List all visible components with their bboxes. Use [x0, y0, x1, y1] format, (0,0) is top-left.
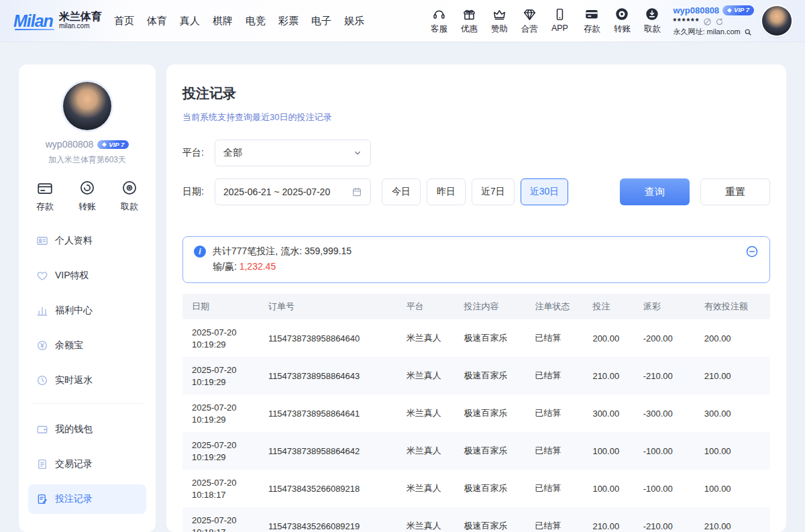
cell-content: 极速百家乐 — [455, 520, 526, 532]
quick-date-button[interactable]: 昨日 — [427, 178, 466, 205]
deposit-icon — [36, 179, 54, 197]
cell-platform: 米兰真人 — [397, 482, 455, 494]
cell-valid: 300.00 — [695, 409, 770, 419]
search-button[interactable]: 查询 — [620, 178, 690, 205]
member-days-text: 加入米兰体育第603天 — [19, 154, 156, 166]
nav-item[interactable]: 棋牌 — [213, 15, 233, 28]
transfer-shortcut[interactable]: 转账 — [78, 179, 96, 213]
nav-item[interactable]: 首页 — [114, 15, 134, 28]
cell-content: 极速百家乐 — [455, 482, 526, 494]
partner-button[interactable]: 合营 — [518, 7, 541, 35]
nav-item[interactable]: 真人 — [180, 15, 200, 28]
bet-records-table: 2025-07-2010:19:29 1154738738958864640 米… — [182, 319, 770, 532]
cell-order: 1154738435266089219 — [259, 521, 397, 531]
page-subtitle: 当前系统支持查询最近30日的投注记录 — [182, 111, 770, 123]
filter-actions: 查询 重置 — [620, 178, 770, 205]
column-header: 有效投注额 — [695, 301, 770, 313]
quick-date-button[interactable]: 近30日 — [521, 178, 569, 205]
deposit-shortcut[interactable]: 存款 — [36, 179, 54, 213]
date-range-value: 2025-06-21 ~ 2025-07-20 — [223, 187, 330, 197]
quick-date-button[interactable]: 近7日 — [472, 178, 515, 205]
platform-label: 平台: — [182, 147, 215, 159]
sidebar-item-profile[interactable]: 个人资料 — [28, 226, 146, 256]
withdraw-icon — [645, 7, 659, 21]
nav-item[interactable]: 电子 — [311, 15, 331, 28]
chevron-down-icon — [353, 148, 362, 158]
transfer-icon — [78, 179, 96, 197]
cell-date: 2025-07-2010:18:17 — [182, 478, 259, 500]
cell-date: 2025-07-2010:19:29 — [182, 403, 259, 425]
profile-avatar — [63, 82, 111, 130]
transfer-button[interactable]: 转账 — [610, 7, 633, 35]
cell-platform: 米兰真人 — [397, 520, 455, 532]
cell-platform: 米兰真人 — [397, 445, 455, 457]
cell-order: 1154738738958864641 — [259, 409, 397, 419]
header-wallet-actions: 存款 转账 取款 — [580, 7, 663, 35]
balance-visibility-icon[interactable] — [703, 17, 712, 26]
platform-select[interactable]: 全部 — [215, 140, 371, 166]
nav-item[interactable]: 彩票 — [278, 15, 299, 28]
minus-circle-icon[interactable] — [745, 245, 759, 258]
cell-content: 极速百家乐 — [455, 370, 526, 382]
info-icon: i — [194, 246, 206, 258]
sidebar-item-welfare[interactable]: 福利中心 — [28, 296, 146, 325]
withdraw-shortcut[interactable]: 取款 — [121, 179, 138, 213]
quick-date-button[interactable]: 今日 — [382, 178, 421, 205]
customer-service-button[interactable]: 客服 — [427, 7, 450, 35]
cell-payout: -300.00 — [634, 409, 695, 419]
column-header: 平台 — [397, 301, 455, 313]
logo-cn-text: 米兰体育 — [59, 11, 102, 23]
balance-refresh-icon[interactable] — [715, 17, 724, 26]
cell-status: 已结算 — [526, 520, 584, 532]
cell-bet: 100.00 — [583, 446, 633, 456]
date-label: 日期: — [182, 186, 215, 198]
cell-bet: 200.00 — [583, 333, 633, 343]
withdraw-button[interactable]: 取款 — [641, 7, 663, 35]
column-header: 投注 — [583, 301, 633, 313]
column-header: 注单状态 — [526, 301, 584, 313]
search-icon[interactable] — [744, 28, 752, 36]
user-avatar[interactable] — [762, 6, 792, 36]
calendar-icon — [352, 187, 362, 197]
sidebar-item-transactions[interactable]: 交易记录 — [28, 449, 146, 479]
nav-item[interactable]: 电竞 — [246, 15, 266, 28]
sidebar-item-yuebao[interactable]: 余额宝 — [28, 331, 146, 360]
deposit-button[interactable]: 存款 — [580, 7, 603, 35]
summary-totals-text: 共计777笔投注, 流水: 359,999.15 — [213, 244, 352, 259]
app-download-button[interactable]: APP — [548, 7, 571, 33]
column-header: 订单号 — [259, 301, 397, 313]
vip-badge: VIP 7 — [97, 140, 129, 149]
column-header: 投注内容 — [455, 301, 526, 313]
bet-records-icon — [36, 493, 48, 505]
sidebar-item-bet-records[interactable]: 投注记录 — [28, 484, 146, 514]
cell-date: 2025-07-2010:19:29 — [182, 365, 259, 387]
permanent-url-text: 永久网址: milan.com — [673, 27, 740, 37]
promotions-button[interactable]: 优惠 — [458, 7, 480, 35]
date-filter-row: 日期: 2025-06-21 ~ 2025-07-20 今日昨日近7日近30日 … — [182, 178, 770, 205]
document-icon — [36, 458, 48, 470]
reset-button[interactable]: 重置 — [700, 178, 770, 205]
cell-status: 已结算 — [526, 482, 584, 494]
summary-winloss-text: 输/赢: 1,232.45 — [213, 259, 352, 274]
cell-payout: -210.00 — [634, 371, 695, 381]
cell-order: 1154738738958864640 — [259, 333, 397, 343]
withdraw-icon — [121, 179, 138, 197]
cell-payout: -210.00 — [634, 521, 695, 531]
sponsor-button[interactable]: 赞助 — [488, 7, 511, 35]
cell-date: 2025-07-2010:19:29 — [182, 327, 259, 350]
bar-chart-icon — [36, 305, 48, 317]
sidebar-item-rebate[interactable]: 实时返水 — [28, 366, 146, 395]
wallet-icon — [36, 423, 48, 435]
cell-bet: 210.00 — [583, 371, 633, 381]
sidebar-item-wallet[interactable]: 我的钱包 — [28, 415, 146, 444]
nav-item[interactable]: 娱乐 — [344, 15, 364, 28]
nav-item[interactable]: 体育 — [147, 15, 167, 28]
diamond-icon — [523, 7, 537, 21]
date-range-input[interactable]: 2025-06-21 ~ 2025-07-20 — [215, 178, 371, 205]
site-logo[interactable]: Milan 米兰体育 milan.com — [13, 11, 102, 31]
page-title: 投注记录 — [182, 85, 770, 103]
cell-bet: 210.00 — [583, 521, 633, 531]
username-text: wyp080808 — [673, 5, 719, 17]
transfer-icon — [614, 7, 629, 21]
sidebar-item-vip[interactable]: VIP特权 — [28, 261, 146, 290]
